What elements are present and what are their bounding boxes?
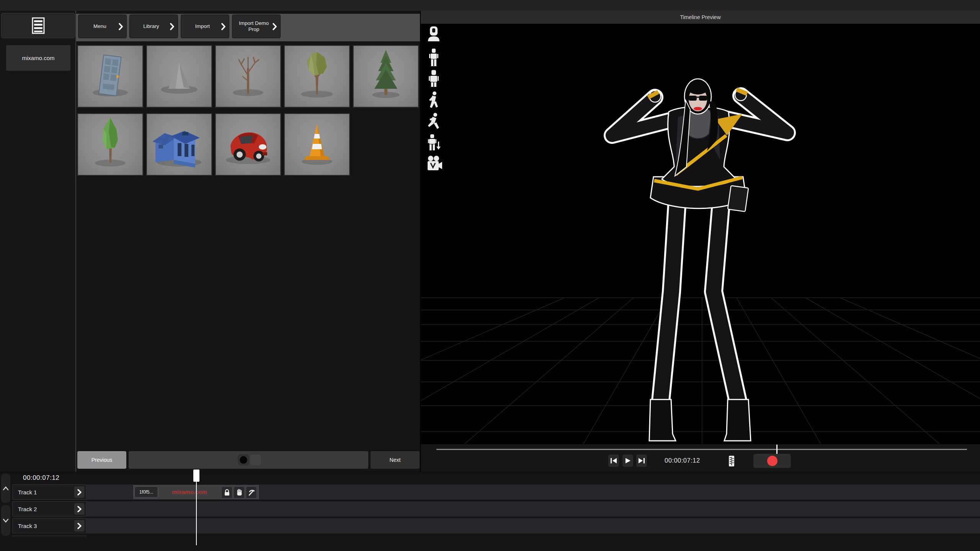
transport-timecode: 00:00:07:12 xyxy=(665,457,713,464)
main-menu-button[interactable] xyxy=(1,13,75,38)
previous-page-button[interactable]: Previous xyxy=(77,451,126,469)
clip-hand-button[interactable] xyxy=(234,486,245,499)
import-demo-prop-label: Import Demo Prop xyxy=(232,20,272,32)
library-button-label: Library xyxy=(130,23,170,29)
timeline-scroll-up[interactable] xyxy=(1,474,10,503)
frame-counter-button[interactable] xyxy=(726,455,737,467)
viewport-title-bar: Timeline Preview xyxy=(421,11,980,24)
previous-page-label: Previous xyxy=(91,457,112,463)
page-indicator-inactive[interactable] xyxy=(250,455,261,465)
grid-floor xyxy=(421,298,980,444)
clip-lock-button[interactable] xyxy=(221,486,232,499)
rock-thumbnail-art xyxy=(147,46,211,107)
page-indicator-active[interactable] xyxy=(238,455,249,465)
list-icon xyxy=(32,17,45,34)
bare-tree-thumbnail-art xyxy=(216,46,280,107)
track-4-header-partial xyxy=(12,535,87,537)
asset-thumb-traffic-cone[interactable] xyxy=(284,113,350,176)
lock-icon xyxy=(224,489,230,496)
track-1-label: Track 1 xyxy=(18,489,74,496)
track-1-expand-button[interactable] xyxy=(74,486,84,498)
next-page-button[interactable]: Next xyxy=(371,451,420,469)
skip-end-icon xyxy=(638,458,645,464)
track-3-label: Track 3 xyxy=(18,523,74,529)
clip-pick-button[interactable] xyxy=(246,486,257,499)
red-car-thumbnail-art xyxy=(216,114,280,175)
face-camera-icon[interactable] xyxy=(426,26,442,43)
chevron-up-icon xyxy=(3,486,9,491)
timeline-playhead-line xyxy=(196,482,197,545)
character-drop-icon[interactable] xyxy=(426,134,442,152)
video-camera-icon[interactable] xyxy=(426,155,442,174)
pickaxe-icon xyxy=(248,489,255,496)
skip-end-button[interactable] xyxy=(636,455,647,467)
chevron-down-icon xyxy=(3,518,9,523)
menu-button[interactable]: Menu xyxy=(78,15,127,38)
mixamo-site-label: mixamo.com xyxy=(22,55,54,61)
top-bar xyxy=(0,0,980,11)
import-button-label: Import xyxy=(181,23,221,29)
chevron-right-icon xyxy=(170,23,175,30)
viewport-3d[interactable] xyxy=(421,24,980,444)
blue-house-thumbnail-art xyxy=(147,114,211,175)
asset-thumb-rock[interactable] xyxy=(146,45,212,108)
skip-start-button[interactable] xyxy=(608,455,619,467)
chevron-right-icon xyxy=(77,523,82,529)
preview-scrubber[interactable] xyxy=(436,449,967,450)
walk-camera-icon[interactable] xyxy=(426,91,442,110)
asset-thumb-leafy-tree[interactable] xyxy=(284,45,350,108)
half-body-camera-icon[interactable] xyxy=(426,70,442,89)
asset-thumb-green-tree[interactable] xyxy=(77,113,143,176)
track-2-expand-button[interactable] xyxy=(74,503,84,515)
chevron-right-icon xyxy=(272,23,278,30)
library-button[interactable]: Library xyxy=(129,15,178,38)
track-2-header[interactable]: Track 2 xyxy=(12,501,87,517)
asset-thumb-door[interactable] xyxy=(77,45,143,108)
menu-button-label: Menu xyxy=(78,23,118,29)
play-icon xyxy=(625,458,631,464)
import-demo-prop-button[interactable]: Import Demo Prop xyxy=(232,15,281,38)
skip-start-icon xyxy=(610,458,617,464)
record-button[interactable] xyxy=(753,454,791,468)
chevron-right-icon xyxy=(118,23,124,30)
page-indicator-bar xyxy=(129,451,368,469)
hand-icon xyxy=(236,489,243,496)
track-1-header[interactable]: Track 1 xyxy=(12,484,87,500)
film-counter-icon xyxy=(728,455,735,467)
record-dot-icon xyxy=(767,456,777,466)
preview-playhead[interactable] xyxy=(776,445,777,454)
track-2-lane[interactable] xyxy=(12,501,980,517)
next-page-label: Next xyxy=(390,457,401,463)
door-thumbnail-art xyxy=(78,46,142,107)
asset-thumb-pine-tree[interactable] xyxy=(353,45,419,108)
play-button[interactable] xyxy=(622,455,633,467)
track-2-label: Track 2 xyxy=(18,506,74,512)
clip-source-label: mixamo.com xyxy=(166,489,213,495)
green-tree-thumbnail-art xyxy=(78,114,142,175)
asset-thumb-bare-tree[interactable] xyxy=(215,45,281,108)
chevron-right-icon xyxy=(77,489,82,496)
mixamo-site-button[interactable]: mixamo.com xyxy=(6,45,70,71)
clip-id-button[interactable]: 1f0f5... xyxy=(134,486,158,498)
asset-thumb-red-car[interactable] xyxy=(215,113,281,176)
run-camera-icon[interactable] xyxy=(426,112,442,132)
import-button[interactable]: Import xyxy=(181,15,229,38)
leafy-tree-thumbnail-art xyxy=(285,46,349,107)
track-3-expand-button[interactable] xyxy=(74,520,84,531)
timeline-playhead-handle[interactable] xyxy=(193,469,199,482)
asset-thumb-blue-house[interactable] xyxy=(146,113,212,176)
track-3-lane[interactable] xyxy=(12,518,980,533)
viewport-scene xyxy=(421,24,980,444)
chevron-right-icon xyxy=(77,506,82,512)
chevron-right-icon xyxy=(221,23,226,30)
pine-tree-thumbnail-art xyxy=(354,46,418,107)
traffic-cone-thumbnail-art xyxy=(285,114,349,175)
track-3-header[interactable]: Track 3 xyxy=(12,518,87,533)
character-figure xyxy=(612,79,787,441)
timeline-timecode: 00:00:07:12 xyxy=(23,474,59,482)
timeline-scroll-down[interactable] xyxy=(1,505,10,536)
full-body-camera-icon[interactable] xyxy=(426,48,442,68)
lips xyxy=(694,107,702,111)
viewport-title: Timeline Preview xyxy=(680,14,720,20)
sidebar xyxy=(0,11,75,472)
